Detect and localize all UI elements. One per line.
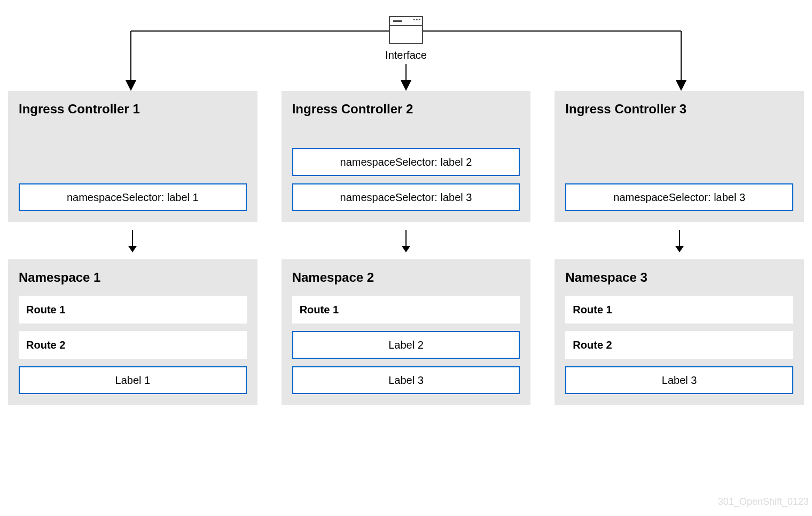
controller-title: Ingress Controller 1: [19, 102, 247, 117]
route-box: Route 2: [565, 331, 793, 359]
controller-title: Ingress Controller 2: [292, 102, 520, 117]
namespace-panel-3: Namespace 3 Route 1 Route 2 Label 3: [555, 259, 804, 405]
label-box: Label 3: [292, 366, 520, 394]
column-2: Ingress Controller 2 namespaceSelector: …: [282, 91, 531, 405]
label-box: Label 1: [19, 366, 247, 394]
interface-icon: [389, 16, 423, 44]
namespace-selector-box: namespaceSelector: label 2: [292, 148, 520, 176]
interface-label: Interface: [385, 49, 427, 61]
arrow-gap: [8, 222, 257, 259]
column-3: Ingress Controller 3 namespaceSelector: …: [555, 91, 804, 405]
route-box: Route 2: [19, 331, 247, 359]
diagram-root: Interface Ingress Controller 1 namespace…: [0, 0, 812, 516]
namespace-panel-1: Namespace 1 Route 1 Route 2 Label 1: [8, 259, 257, 405]
route-box: Route 1: [292, 296, 520, 324]
label-box: Label 3: [565, 366, 793, 394]
down-arrow-icon: [405, 230, 407, 251]
arrow-gap: [282, 222, 531, 259]
namespace-selector-box: namespaceSelector: label 3: [292, 183, 520, 211]
namespace-panel-2: Namespace 2 Route 1 Label 2 Label 3: [282, 259, 531, 405]
namespace-title: Namespace 1: [19, 270, 247, 285]
route-box: Route 1: [565, 296, 793, 324]
route-box: Route 1: [19, 296, 247, 324]
namespace-title: Namespace 3: [565, 270, 793, 285]
ingress-controller-panel-3: Ingress Controller 3 namespaceSelector: …: [555, 91, 804, 222]
controller-title: Ingress Controller 3: [565, 102, 793, 117]
ingress-controller-panel-2: Ingress Controller 2 namespaceSelector: …: [282, 91, 531, 222]
watermark-text: 301_OpenShift_0123: [718, 496, 809, 507]
namespace-title: Namespace 2: [292, 270, 520, 285]
label-box: Label 2: [292, 331, 520, 359]
namespace-selector-box: namespaceSelector: label 3: [565, 183, 793, 211]
down-arrow-icon: [679, 230, 680, 251]
columns-container: Ingress Controller 1 namespaceSelector: …: [8, 91, 804, 405]
ingress-controller-panel-1: Ingress Controller 1 namespaceSelector: …: [8, 91, 257, 222]
down-arrow-icon: [132, 230, 133, 251]
namespace-selector-box: namespaceSelector: label 1: [19, 183, 247, 211]
arrow-gap: [555, 222, 804, 259]
column-1: Ingress Controller 1 namespaceSelector: …: [8, 91, 257, 405]
